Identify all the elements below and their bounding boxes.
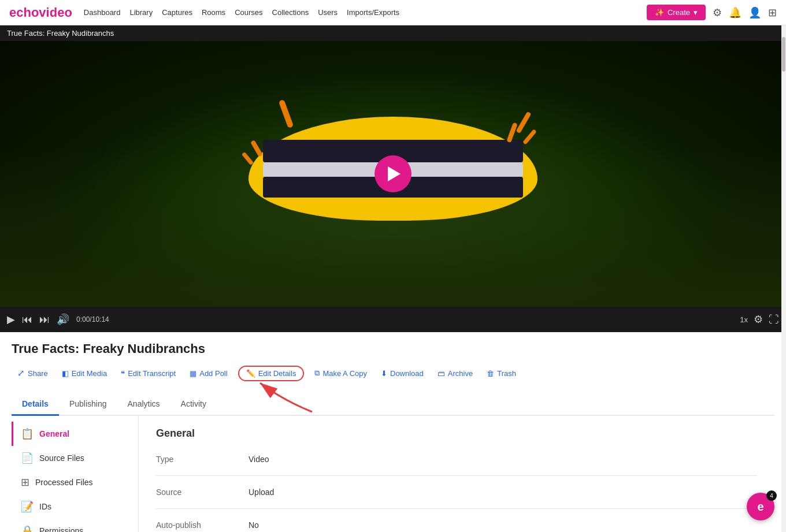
edit-media-icon: ◧: [62, 369, 69, 378]
detail-content: General Type Video Source Upload Auto-pu…: [139, 416, 774, 532]
download-icon: ⬇: [381, 369, 387, 378]
logo-suffix: video: [39, 5, 72, 20]
tabs: Details Publishing Analytics Activity: [12, 393, 774, 416]
sidebar-item-ids[interactable]: 📝 IDs: [12, 494, 138, 519]
nav-courses[interactable]: Courses: [235, 8, 262, 17]
edit-details-button[interactable]: ✏️ Edit Details: [238, 366, 305, 381]
time-display: 0:00/10:14: [76, 315, 109, 323]
video-controls: ▶ ⏮ ⏭ 🔊 0:00/10:14 1x ⚙ ⛶: [0, 307, 786, 332]
controls-right: 1x ⚙ ⛶: [740, 313, 779, 326]
scrollbar[interactable]: [781, 25, 786, 532]
settings-control[interactable]: ⚙: [754, 313, 763, 326]
content-area: True Facts: Freaky Nudibranchs ⤢ Share ◧…: [0, 332, 786, 532]
chat-widget[interactable]: e 4: [747, 493, 774, 520]
time-total: 10:14: [92, 315, 109, 323]
sidebar-general-label: General: [39, 429, 69, 438]
share-button[interactable]: ⤢ Share: [12, 364, 54, 382]
nav-library[interactable]: Library: [129, 8, 153, 17]
nav-rooms[interactable]: Rooms: [202, 8, 225, 17]
video-player[interactable]: [0, 41, 786, 307]
archive-icon: 🗃: [438, 369, 445, 378]
edit-media-button[interactable]: ◧ Edit Media: [56, 366, 113, 381]
media-title: True Facts: Freaky Nudibranchs: [12, 341, 774, 356]
video-container: True Facts: Freaky Nudibranchs: [0, 25, 786, 332]
sidebar-item-processed-files[interactable]: ⊞ Processed Files: [12, 470, 138, 494]
sidebar: 📋 General 📄 Source Files ⊞ Processed Fil…: [12, 416, 139, 532]
user-icon[interactable]: 👤: [748, 6, 761, 19]
source-label: Source: [156, 482, 249, 503]
sidebar-item-general[interactable]: 📋 General: [12, 422, 138, 446]
add-poll-icon: ▦: [190, 369, 196, 378]
permissions-icon: 🔒: [21, 524, 34, 532]
tab-publishing[interactable]: Publishing: [59, 393, 117, 416]
play-control[interactable]: ▶: [7, 313, 15, 326]
sidebar-processed-files-label: Processed Files: [35, 478, 93, 487]
nav-right: ✨ Create ▾ ⚙ 🔔 👤 ⊞: [647, 5, 777, 20]
chat-icon-letter: e: [757, 500, 763, 514]
nav-dashboard[interactable]: Dashboard: [84, 8, 121, 17]
action-toolbar: ⤢ Share ◧ Edit Media ❝ Edit Transcript ▦…: [12, 364, 774, 389]
archive-label: Archive: [448, 369, 473, 378]
table-row: Source Upload: [156, 482, 757, 503]
nav-links: Dashboard Library Captures Rooms Courses…: [84, 8, 399, 17]
forward-control[interactable]: ⏭: [39, 314, 50, 326]
time-current: 0:00: [76, 315, 90, 323]
sidebar-item-permissions[interactable]: 🔒 Permissions: [12, 519, 138, 532]
edit-details-icon: ✏️: [246, 369, 255, 378]
top-navigation: echovideo Dashboard Library Captures Roo…: [0, 0, 786, 25]
trash-label: Trash: [497, 369, 516, 378]
main-layout: 📋 General 📄 Source Files ⊞ Processed Fil…: [12, 416, 774, 532]
table-row: Type Video: [156, 449, 757, 470]
tab-details[interactable]: Details: [12, 393, 59, 416]
edit-media-label: Edit Media: [72, 369, 107, 378]
settings-icon[interactable]: ⚙: [713, 6, 722, 19]
section-title: General: [156, 427, 757, 440]
archive-button[interactable]: 🗃 Archive: [432, 366, 479, 381]
create-button[interactable]: ✨ Create ▾: [647, 5, 706, 20]
nav-captures[interactable]: Captures: [162, 8, 192, 17]
logo[interactable]: echovideo: [9, 5, 72, 20]
play-button[interactable]: [375, 155, 411, 192]
edit-transcript-label: Edit Transcript: [128, 369, 176, 378]
create-label: Create: [668, 8, 690, 17]
make-a-copy-label: Make A Copy: [322, 369, 367, 378]
video-title-bar: True Facts: Freaky Nudibranchs: [0, 25, 786, 41]
add-poll-label: Add Poll: [199, 369, 227, 378]
tab-activity[interactable]: Activity: [170, 393, 217, 416]
fullscreen-control[interactable]: ⛶: [769, 314, 779, 326]
type-label: Type: [156, 449, 249, 470]
sidebar-permissions-label: Permissions: [39, 526, 83, 532]
tab-analytics[interactable]: Analytics: [117, 393, 170, 416]
sidebar-ids-label: IDs: [39, 502, 51, 511]
detail-table: Type Video Source Upload Auto-publish No…: [156, 449, 757, 532]
rewind-control[interactable]: ⏮: [22, 314, 32, 326]
video-title-bar-text: True Facts: Freaky Nudibranchs: [7, 29, 114, 38]
notifications-icon[interactable]: 🔔: [729, 6, 741, 19]
download-label: Download: [390, 369, 424, 378]
make-a-copy-button[interactable]: ⧉ Make A Copy: [309, 365, 373, 381]
trash-icon: 🗑: [487, 369, 494, 378]
sidebar-source-files-label: Source Files: [39, 453, 84, 463]
scrollbar-thumb: [782, 37, 785, 72]
nav-collections[interactable]: Collections: [272, 8, 309, 17]
edit-transcript-icon: ❝: [121, 369, 125, 378]
sidebar-item-source-files[interactable]: 📄 Source Files: [12, 446, 138, 470]
processed-files-icon: ⊞: [21, 476, 29, 489]
share-icon: ⤢: [17, 368, 25, 378]
logo-prefix: echo: [9, 5, 39, 20]
volume-control[interactable]: 🔊: [57, 313, 69, 326]
add-poll-button[interactable]: ▦ Add Poll: [184, 366, 233, 381]
edit-transcript-button[interactable]: ❝ Edit Transcript: [115, 366, 181, 381]
table-row: Auto-publish No: [156, 515, 757, 532]
grid-icon[interactable]: ⊞: [768, 6, 777, 19]
create-chevron-icon: ▾: [694, 8, 698, 17]
ids-icon: 📝: [21, 500, 34, 513]
auto-publish-label: Auto-publish: [156, 515, 249, 532]
nav-imports-exports[interactable]: Imports/Exports: [347, 8, 399, 17]
download-button[interactable]: ⬇ Download: [375, 366, 429, 381]
chat-badge: 4: [766, 490, 777, 501]
playback-speed[interactable]: 1x: [740, 315, 748, 324]
share-label: Share: [28, 369, 48, 378]
trash-button[interactable]: 🗑 Trash: [481, 366, 522, 381]
nav-users[interactable]: Users: [318, 8, 338, 17]
